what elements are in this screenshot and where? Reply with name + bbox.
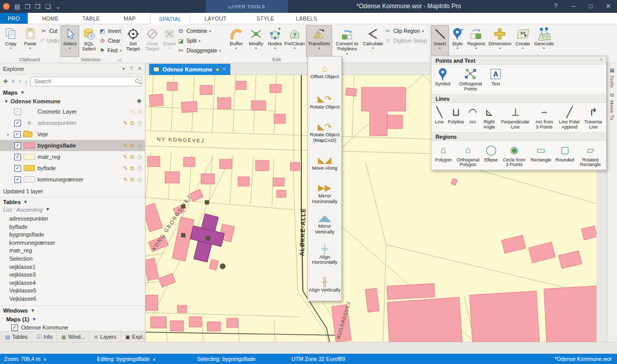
transform-menu-item[interactable]: ╪ Align Horizontally	[308, 240, 341, 270]
table-list-item[interactable]: Vejklasse6	[0, 295, 145, 303]
add-icon[interactable]: ✚	[3, 78, 8, 85]
disaggregate-button[interactable]: ✄ Disaggregate ▾	[177, 46, 224, 55]
zoom-range-icon[interactable]: ⧉	[131, 120, 135, 126]
transform-menu-item[interactable]: ⌂ Offset Object	[308, 57, 341, 87]
table-list-item[interactable]: matr_reg	[0, 247, 145, 255]
insert-line-tool[interactable]: ⊔ Polyline	[446, 105, 466, 125]
style-button[interactable]: Style ▾	[449, 25, 466, 57]
zoom-range-icon[interactable]: ⧉	[131, 154, 135, 160]
insert-region-tool[interactable]: ▱ Rotated Rectangle	[576, 143, 605, 169]
insert-line-tool[interactable]: ╱ Line Polar Append	[557, 105, 582, 131]
window-checkbox[interactable]: ✓	[11, 324, 18, 331]
editable-icon[interactable]: ◷	[137, 165, 142, 172]
search-icon[interactable]	[135, 79, 139, 83]
panel-menu-icon[interactable]: ▾	[122, 66, 125, 71]
tab-style[interactable]: STYLE	[248, 13, 283, 24]
windows-section-header[interactable]: Windows ▼	[0, 306, 145, 315]
window-map-item[interactable]: ✓ Odense Kommune	[0, 323, 145, 332]
minimize-button[interactable]: –	[565, 0, 582, 13]
move-down-icon[interactable]: ↓	[25, 78, 28, 84]
customize-qat-icon[interactable]: ⌄	[56, 4, 61, 10]
tab-layout[interactable]: LAYOUT	[196, 13, 235, 24]
close-table-icon[interactable]: ❒	[35, 4, 41, 10]
insert-button[interactable]: Insert ▾	[431, 25, 449, 57]
insert-region-tool[interactable]: ◯ Ellipse	[482, 143, 500, 163]
tab-pro[interactable]: PRO	[0, 13, 28, 24]
table-list-item[interactable]: Selection	[0, 255, 145, 263]
tools-panel-tab[interactable]: ▦ Tools	[607, 63, 617, 88]
insert-line-tool[interactable]: ↱ Traverse Line	[582, 105, 605, 131]
tables-section-header[interactable]: Tables ▼	[0, 197, 145, 206]
table-list-item[interactable]: byflade	[0, 223, 145, 231]
selecting-status[interactable]: Selecting: bygningsflade	[197, 356, 256, 362]
insert-tool-symbol[interactable]: Symbol	[433, 67, 452, 87]
calculate-button[interactable]: Calculate ▾	[362, 25, 384, 57]
layer-checkbox[interactable]: ✓	[14, 176, 21, 183]
panel-tab[interactable]: ▦ Wind...	[57, 332, 89, 342]
layer-style-icon[interactable]: ✎	[123, 120, 128, 126]
panel-tab[interactable]: ⓘ Info	[32, 332, 58, 342]
tab-table[interactable]: TABLE	[74, 13, 108, 24]
windows-maps-subheader[interactable]: Maps (1) ▼	[0, 315, 145, 323]
map-document-tab[interactable]: Odense Kommune ◆ ✕	[149, 64, 230, 75]
insert-region-tool[interactable]: ◉ Circle from 3 Points	[500, 143, 528, 169]
open-table-icon[interactable]: ❒	[25, 4, 30, 10]
editable-icon[interactable]: ◷	[137, 120, 142, 126]
copy-button[interactable]: Copy ▾	[1, 25, 21, 57]
layer-checkbox[interactable]: ✓	[14, 120, 21, 126]
insert-line-tool[interactable]: ⊥ Perpendicular Line	[499, 105, 532, 131]
mapinfo-logo-icon[interactable]	[3, 3, 10, 10]
create-button[interactable]: XY Create ▾	[513, 25, 532, 57]
layer-row-matr-reg[interactable]: ✓ matr_reg ✎ ⧉ ◷	[0, 151, 145, 162]
layer-checkbox[interactable]: ✓	[14, 131, 21, 138]
search-input[interactable]	[30, 77, 142, 86]
layer-checkbox[interactable]: ✓	[14, 165, 21, 172]
transform-menu-item[interactable]: ◣↷ Rotate Object (MapCAD)	[308, 118, 341, 148]
convert-to-polylines-button[interactable]: Convert to Polylines ▾	[332, 25, 361, 57]
transform-menu-item[interactable]: ◣◢ Move Along	[308, 148, 341, 178]
maps-section-header[interactable]: Maps ▼	[0, 88, 145, 97]
layer-row-adressepunkter[interactable]: ✓ ★ adressepunkter ✎ ⧉ ◷	[0, 117, 145, 129]
insert-region-tool[interactable]: ⌂ Polygon	[433, 143, 454, 163]
expand-icon[interactable]: ▸	[7, 132, 11, 137]
layer-style-icon[interactable]: ✎	[123, 176, 128, 183]
insert-line-tool[interactable]: ⌢ Arc from 3 Points	[532, 105, 557, 131]
table-sort-control[interactable]: List : Ascending ▼	[0, 206, 145, 214]
map-options-icon[interactable]: ❖	[136, 98, 142, 105]
editable-icon[interactable]: ◷	[137, 176, 142, 183]
maximize-button[interactable]: □	[582, 0, 600, 13]
layer-style-icon[interactable]: ✎	[123, 165, 128, 172]
copy-window-icon[interactable]: ❏	[45, 4, 51, 10]
transform-menu-item[interactable]: ▶▶ Mirror Horizontally	[308, 179, 341, 209]
geocode-button[interactable]: Geocode ▾	[532, 25, 556, 57]
insert-region-tool[interactable]: ▢ Rounded	[553, 143, 576, 163]
split-button[interactable]: ◪ Split ▾	[177, 37, 224, 45]
panel-close-icon[interactable]: ✕	[138, 66, 142, 71]
transform-menu-item[interactable]: ╫ Align Vertically	[308, 270, 341, 301]
editable-icon[interactable]: ◷	[137, 142, 142, 149]
layer-row-bygningsflade[interactable]: ✓ bygningsflade ✎ ⧉ ◷	[0, 140, 145, 151]
zoom-range-icon[interactable]: ⧉	[131, 142, 135, 149]
nodes-button[interactable]: Nodes ▾	[266, 25, 284, 57]
layer-style-icon[interactable]: ✎	[123, 142, 128, 149]
map-tree-item[interactable]: ▾ Odense Kommune ❖	[0, 97, 145, 106]
buffer-button[interactable]: Buffer ▾	[227, 25, 246, 57]
editable-icon[interactable]: ◷	[137, 154, 142, 160]
tab-close-icon[interactable]: ✕	[222, 67, 226, 72]
expand-icon[interactable]: ▾	[5, 99, 8, 104]
transform-menu-item[interactable]: ◣↷ Rotate Object	[308, 87, 341, 117]
layer-checkbox[interactable]: ✓	[14, 142, 21, 149]
panel-tab[interactable]: ≣ Layers	[89, 332, 121, 342]
combine-button[interactable]: ⧉ Combine ▾	[177, 27, 224, 35]
tab-home[interactable]: HOME	[34, 13, 67, 24]
select-button[interactable]: Select ▾	[61, 25, 79, 57]
table-list-item[interactable]: vejklasse4	[0, 279, 145, 287]
zoom-range-icon[interactable]: ⧉	[131, 176, 135, 183]
layer-style-icon[interactable]: ✎	[131, 108, 135, 115]
fix-clean-button[interactable]: ? Fix/Clean ▾	[283, 25, 305, 57]
insert-tool-orthogonal-points[interactable]: Orthogonal Points	[452, 67, 488, 93]
cut-button[interactable]: ✂ Cut	[40, 27, 59, 35]
tab-spatial[interactable]: SPATIAL	[150, 13, 190, 24]
table-list-item[interactable]: vejklasse1	[0, 263, 145, 271]
table-list-item[interactable]: vejklasse3	[0, 271, 145, 279]
